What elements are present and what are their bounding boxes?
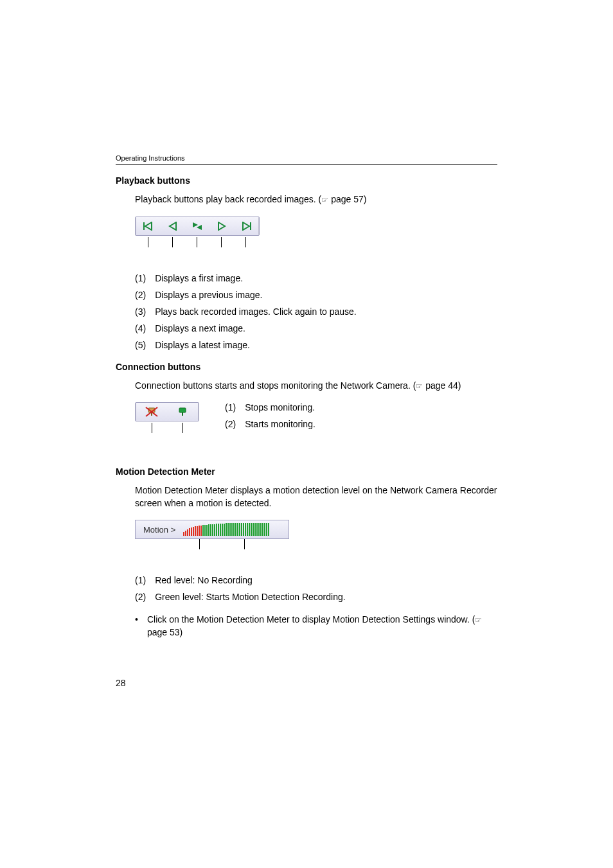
meter-bar-red: [189, 528, 190, 536]
meter-bar-green: [220, 524, 221, 536]
meter-bar-green: [243, 523, 244, 536]
page-number: 28: [116, 678, 126, 688]
list-item: (2)Starts monitoring.: [225, 419, 315, 429]
motion-meter-bars: [183, 523, 274, 536]
list-item: (3)Plays back recorded images. Click aga…: [135, 306, 497, 317]
meter-bar-green: [239, 523, 240, 536]
playback-list: (1)Displays a first image. (2)Displays a…: [135, 273, 497, 350]
playback-toolbar: [135, 217, 260, 236]
item-text: Displays a latest image.: [155, 340, 250, 350]
item-text: Green level: Starts Motion Detection Rec…: [155, 592, 345, 602]
item-number: (1): [135, 273, 146, 283]
meter-bar-green: [222, 524, 223, 536]
meter-bar-green: [216, 524, 217, 536]
reference-icon: ☞: [416, 381, 423, 392]
list-item: (1)Displays a first image.: [135, 273, 497, 283]
note-ref: page 53): [147, 627, 182, 637]
last-image-button[interactable]: [234, 217, 258, 235]
motion-meter-label: Motion >: [136, 525, 183, 535]
camera-off-icon: [145, 406, 159, 418]
connection-intro-text: Connection buttons starts and stops moni…: [135, 380, 416, 391]
meter-bar-green: [256, 523, 258, 536]
meter-bar-red: [193, 527, 194, 536]
meter-bar-red: [185, 531, 186, 536]
toolbar-separator: [258, 217, 259, 235]
reference-icon: ☞: [321, 195, 328, 206]
playback-intro-ref: page 57): [328, 194, 366, 204]
svg-marker-2: [170, 222, 176, 230]
reference-icon: ☞: [475, 615, 482, 626]
callout-tick: [244, 539, 245, 549]
svg-rect-7: [250, 222, 251, 230]
callout-tick: [172, 237, 173, 247]
callout-tick: [199, 539, 200, 549]
prev-icon: [168, 222, 177, 231]
connection-list: (1)Stops monitoring. (2)Starts monitorin…: [225, 402, 315, 436]
meter-bar-green: [235, 523, 236, 536]
svg-rect-13: [182, 412, 183, 416]
meter-bar-green: [262, 523, 263, 536]
list-item: • Click on the Motion Detection Meter to…: [135, 614, 497, 639]
meter-bar-green: [210, 524, 211, 536]
playback-section-title: Playback buttons: [116, 175, 497, 186]
callout-tick: [152, 423, 152, 433]
list-item: (2)Displays a previous image.: [135, 290, 497, 300]
camera-on-icon: [175, 406, 190, 418]
item-number: (2): [135, 592, 146, 602]
callout-tick: [182, 423, 183, 433]
meter-bar-red: [187, 529, 188, 536]
connection-figure: [135, 402, 199, 439]
list-item: (5)Displays a latest image.: [135, 340, 497, 350]
item-number: (5): [135, 340, 146, 350]
item-number: (2): [135, 290, 146, 300]
item-number: (2): [225, 419, 236, 429]
start-monitoring-button[interactable]: [167, 403, 198, 421]
svg-marker-5: [218, 222, 225, 230]
connection-toolbar: [135, 402, 199, 421]
motion-intro: Motion Detection Meter displays a motion…: [135, 484, 497, 509]
svg-marker-6: [243, 222, 249, 230]
playback-intro-text: Playback buttons play back recorded imag…: [135, 194, 321, 204]
next-icon: [217, 222, 226, 231]
meter-bar-green: [253, 523, 254, 536]
note-text: Click on the Motion Detection Meter to d…: [147, 614, 497, 639]
meter-bar-green: [258, 523, 260, 536]
item-text: Stops monitoring.: [245, 402, 315, 412]
document-page: Operating Instructions Playback buttons …: [0, 0, 613, 868]
callout-tick: [245, 237, 246, 247]
connection-section-title: Connection buttons: [116, 362, 497, 372]
svg-rect-12: [179, 408, 186, 412]
next-image-button[interactable]: [209, 217, 234, 235]
prev-image-button[interactable]: [161, 217, 185, 235]
callout-tick: [148, 237, 148, 247]
svg-marker-4: [197, 225, 202, 230]
meter-bar-green: [251, 523, 252, 536]
skip-last-icon: [240, 222, 252, 231]
meter-bar-green: [226, 523, 227, 536]
motion-meter[interactable]: Motion >: [135, 520, 289, 539]
play-pause-button[interactable]: [185, 217, 209, 235]
header-rule: [116, 164, 497, 165]
meter-bar-green: [231, 523, 233, 536]
meter-bar-green: [206, 525, 208, 536]
list-item: (1)Stops monitoring.: [225, 402, 315, 412]
list-item: (4)Displays a next image.: [135, 323, 497, 333]
connection-intro-ref: page 44): [423, 380, 461, 391]
meter-bar-red: [199, 526, 200, 536]
meter-bar-green: [266, 523, 267, 536]
stop-monitoring-button[interactable]: [136, 403, 167, 421]
meter-bar-green: [245, 523, 246, 536]
callout-ticks: [135, 237, 497, 254]
first-image-button[interactable]: [136, 217, 161, 235]
item-text: Displays a first image.: [155, 273, 243, 283]
meter-bar-green: [237, 523, 238, 536]
item-text: Red level: No Recording: [155, 575, 253, 585]
play-loop-icon: [191, 222, 203, 231]
meter-bar-red: [191, 527, 192, 536]
playback-intro: Playback buttons play back recorded imag…: [135, 193, 497, 206]
meter-bar-red: [183, 532, 184, 536]
item-number: (3): [135, 306, 146, 317]
motion-section-title: Motion Detection Meter: [116, 466, 497, 477]
meter-bar-green: [208, 524, 209, 536]
callout-ticks: [135, 539, 289, 556]
